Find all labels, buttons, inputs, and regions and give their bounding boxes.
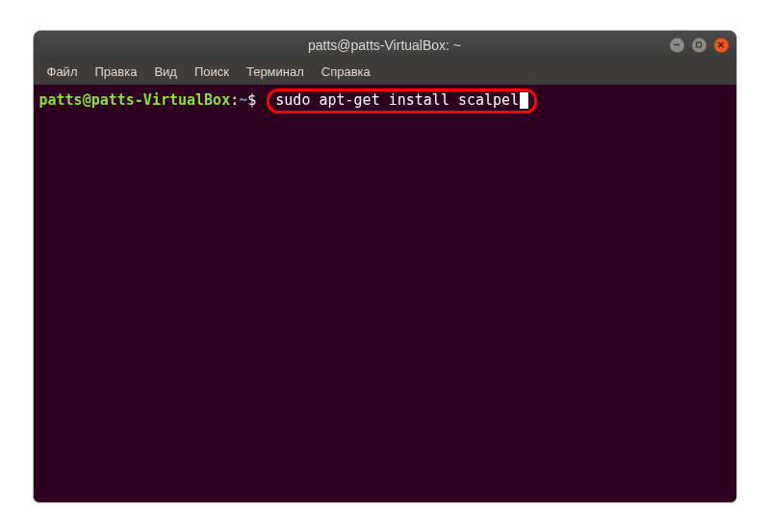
prompt-colon: :: [230, 91, 239, 111]
space: [256, 91, 265, 111]
minimize-button[interactable]: [670, 38, 684, 52]
window-title: patts@patts-VirtualBox: ~: [308, 38, 461, 53]
close-icon: [717, 41, 725, 49]
terminal-window: patts@patts-VirtualBox: ~ Файл Правка Ви…: [34, 31, 736, 502]
maximize-icon: [695, 41, 703, 49]
svg-rect-1: [697, 42, 702, 47]
titlebar: patts@patts-VirtualBox: ~: [34, 31, 736, 60]
menu-help[interactable]: Справка: [314, 62, 378, 82]
prompt-user-host: patts@patts-VirtualBox: [39, 91, 231, 111]
command-text: sudo apt-get install scalpel: [275, 91, 519, 111]
menu-terminal[interactable]: Терминал: [239, 62, 312, 82]
minimize-icon: [673, 41, 680, 49]
cursor: [520, 92, 528, 109]
close-button[interactable]: [714, 38, 729, 52]
prompt-symbol: $: [247, 91, 256, 111]
maximize-button[interactable]: [692, 38, 706, 52]
terminal-body[interactable]: patts@patts-VirtualBox:~$ sudo apt-get i…: [34, 85, 736, 502]
menubar: Файл Правка Вид Поиск Терминал Справка: [34, 60, 736, 85]
command-highlight: sudo apt-get install scalpel: [267, 89, 537, 114]
prompt-line: patts@patts-VirtualBox:~$ sudo apt-get i…: [39, 89, 731, 114]
window-controls: [670, 38, 729, 52]
menu-file[interactable]: Файл: [39, 62, 86, 82]
menu-view[interactable]: Вид: [146, 62, 185, 82]
menu-search[interactable]: Поиск: [187, 62, 237, 82]
menu-edit[interactable]: Правка: [87, 62, 144, 82]
prompt-path: ~: [239, 91, 247, 111]
